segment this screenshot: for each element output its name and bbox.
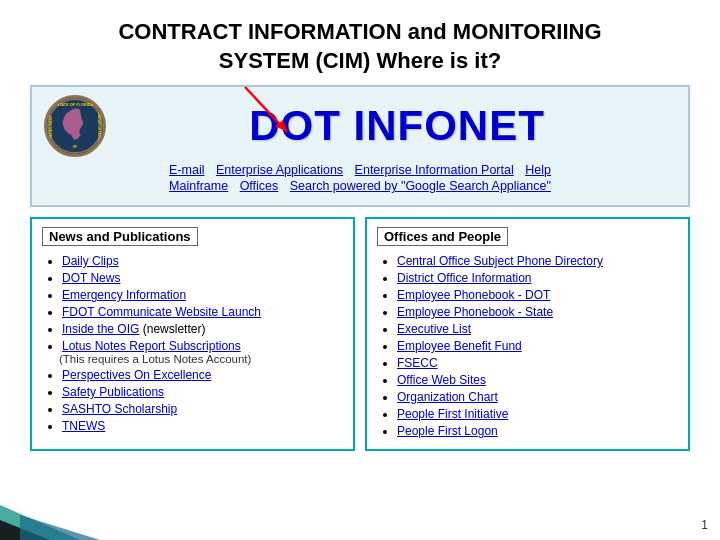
- eip-link[interactable]: Enterprise Information Portal: [355, 163, 514, 177]
- main-content: News and Publications Daily Clips DOT Ne…: [30, 217, 690, 451]
- fdot-communicate-link[interactable]: FDOT Communicate Website Launch: [62, 305, 261, 319]
- office-web-link[interactable]: Office Web Sites: [397, 373, 486, 387]
- list-item: Daily Clips: [62, 254, 343, 268]
- list-item: Employee Benefit Fund: [397, 339, 678, 353]
- news-panel: News and Publications Daily Clips DOT Ne…: [30, 217, 355, 451]
- infonet-nav: E-mail Enterprise Applications Enterpris…: [44, 163, 676, 193]
- fsecc-link[interactable]: FSECC: [397, 356, 438, 370]
- dot-logo: STATE OF FLORIDA DEPARTMENT TRANSPORTATI…: [44, 95, 106, 157]
- svg-text:DEPARTMENT: DEPARTMENT: [49, 115, 53, 139]
- employee-benefit-link[interactable]: Employee Benefit Fund: [397, 339, 522, 353]
- sashto-link[interactable]: SASHTO Scholarship: [62, 402, 177, 416]
- list-item: People First Logon: [397, 424, 678, 438]
- list-item: Employee Phonebook - State: [397, 305, 678, 319]
- central-office-link[interactable]: Central Office Subject Phone Directory: [397, 254, 603, 268]
- list-item: DOT News: [62, 271, 343, 285]
- list-item: Inside the OIG (newsletter): [62, 322, 343, 336]
- list-item: Organization Chart: [397, 390, 678, 404]
- perspectives-link[interactable]: Perspectives On Excellence: [62, 368, 211, 382]
- help-link[interactable]: Help: [525, 163, 551, 177]
- phonebook-dot-link[interactable]: Employee Phonebook - DOT: [397, 288, 550, 302]
- search-link[interactable]: Search powered by "Google Search Applian…: [290, 179, 551, 193]
- email-link[interactable]: E-mail: [169, 163, 204, 177]
- svg-text:TRANSPORTATION: TRANSPORTATION: [97, 112, 101, 143]
- list-item: Employee Phonebook - DOT: [397, 288, 678, 302]
- people-first-logon-link[interactable]: People First Logon: [397, 424, 498, 438]
- list-item: Office Web Sites: [397, 373, 678, 387]
- list-item: Safety Publications: [62, 385, 343, 399]
- phonebook-state-link[interactable]: Employee Phonebook - State: [397, 305, 553, 319]
- list-item: District Office Information: [397, 271, 678, 285]
- daily-clips-link[interactable]: Daily Clips: [62, 254, 119, 268]
- offices-panel: Offices and People Central Office Subjec…: [365, 217, 690, 451]
- svg-text:OF: OF: [73, 145, 78, 149]
- people-first-link[interactable]: People First Initiative: [397, 407, 508, 421]
- news-list: Daily Clips DOT News Emergency Informati…: [42, 254, 343, 433]
- lotus-notes-link[interactable]: Lotus Notes Report Subscriptions: [62, 339, 241, 353]
- inside-oig-link[interactable]: Inside the OIG: [62, 322, 139, 336]
- tnews-link[interactable]: TNEWS: [62, 419, 105, 433]
- list-item: Executive List: [397, 322, 678, 336]
- list-item: Lotus Notes Report Subscriptions (This r…: [62, 339, 343, 365]
- news-panel-title: News and Publications: [42, 227, 198, 246]
- list-item: SASHTO Scholarship: [62, 402, 343, 416]
- mainframe-link[interactable]: Mainframe: [169, 179, 228, 193]
- svg-marker-9: [20, 515, 100, 540]
- bottom-decoration: [0, 485, 120, 540]
- list-item: People First Initiative: [397, 407, 678, 421]
- arrow-icon: [215, 82, 315, 147]
- dot-news-link[interactable]: DOT News: [62, 271, 120, 285]
- infonet-box: STATE OF FLORIDA DEPARTMENT TRANSPORTATI…: [30, 85, 690, 207]
- org-chart-link[interactable]: Organization Chart: [397, 390, 498, 404]
- list-item: TNEWS: [62, 419, 343, 433]
- safety-pubs-link[interactable]: Safety Publications: [62, 385, 164, 399]
- list-item: FDOT Communicate Website Launch: [62, 305, 343, 319]
- list-item: Perspectives On Excellence: [62, 368, 343, 382]
- list-item: FSECC: [397, 356, 678, 370]
- emergency-info-link[interactable]: Emergency Information: [62, 288, 186, 302]
- offices-link[interactable]: Offices: [240, 179, 279, 193]
- district-office-link[interactable]: District Office Information: [397, 271, 531, 285]
- page-title: CONTRACT INFORMATION and MONITORIING SYS…: [0, 0, 720, 85]
- svg-text:STATE OF FLORIDA: STATE OF FLORIDA: [57, 103, 94, 107]
- list-item: Emergency Information: [62, 288, 343, 302]
- executive-list-link[interactable]: Executive List: [397, 322, 471, 336]
- infonet-title: DOT INFONET: [118, 102, 676, 150]
- offices-list: Central Office Subject Phone Directory D…: [377, 254, 678, 438]
- page-number: 1: [701, 518, 708, 532]
- list-item: Central Office Subject Phone Directory: [397, 254, 678, 268]
- offices-panel-title: Offices and People: [377, 227, 508, 246]
- enterprise-apps-link[interactable]: Enterprise Applications: [216, 163, 343, 177]
